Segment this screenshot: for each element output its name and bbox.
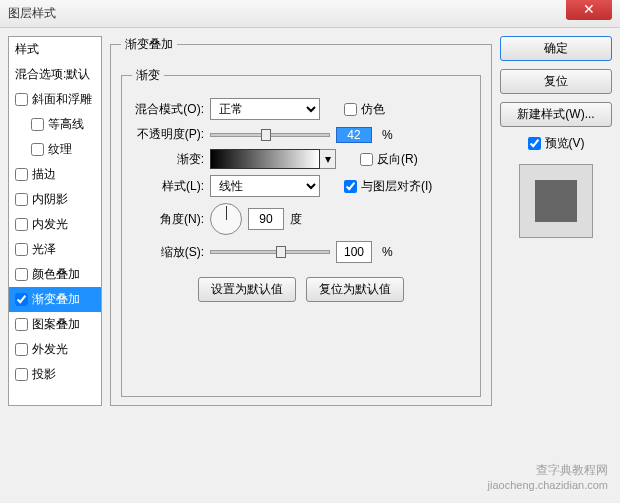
reverse-checkbox[interactable] [360, 153, 373, 166]
preview-box [519, 164, 593, 238]
sidebar-item-label: 内阴影 [32, 191, 68, 208]
sidebar-item-label: 描边 [32, 166, 56, 183]
angle-dial[interactable] [210, 203, 242, 235]
preview-label: 预览(V) [545, 135, 585, 152]
sidebar-checkbox[interactable] [15, 268, 28, 281]
scale-pct: % [382, 245, 393, 259]
style-select[interactable]: 线性 [210, 175, 320, 197]
sidebar-item-label: 内发光 [32, 216, 68, 233]
sidebar-item-描边[interactable]: 描边 [9, 162, 101, 187]
sidebar-checkbox[interactable] [15, 293, 28, 306]
opacity-value[interactable]: 42 [336, 127, 372, 143]
reset-default-button[interactable]: 复位为默认值 [306, 277, 404, 302]
sidebar-blend-default[interactable]: 混合选项:默认 [9, 62, 101, 87]
sidebar-item-label: 纹理 [48, 141, 72, 158]
right-panel: 确定 复位 新建样式(W)... 预览(V) [500, 36, 612, 495]
gradient-group: 渐变 混合模式(O): 正常 仿色 不透明度(P): 42 % 渐变 [121, 67, 481, 397]
sidebar-checkbox[interactable] [15, 218, 28, 231]
sidebar-checkbox[interactable] [15, 243, 28, 256]
sidebar-item-等高线[interactable]: 等高线 [9, 112, 101, 137]
gradient-overlay-group: 渐变叠加 渐变 混合模式(O): 正常 仿色 不透明度(P): 42 % [110, 36, 492, 406]
opacity-slider[interactable] [210, 133, 330, 137]
cancel-button[interactable]: 复位 [500, 69, 612, 94]
main-panel: 渐变叠加 渐变 混合模式(O): 正常 仿色 不透明度(P): 42 % [110, 36, 492, 495]
sidebar-item-label: 渐变叠加 [32, 291, 80, 308]
content: 样式 混合选项:默认 斜面和浮雕等高线纹理描边内阴影内发光光泽颜色叠加渐变叠加图… [0, 28, 620, 503]
dither-label: 仿色 [361, 101, 385, 118]
new-style-button[interactable]: 新建样式(W)... [500, 102, 612, 127]
sidebar-checkbox[interactable] [15, 318, 28, 331]
sidebar-item-投影[interactable]: 投影 [9, 362, 101, 387]
styles-sidebar: 样式 混合选项:默认 斜面和浮雕等高线纹理描边内阴影内发光光泽颜色叠加渐变叠加图… [8, 36, 102, 406]
sidebar-item-颜色叠加[interactable]: 颜色叠加 [9, 262, 101, 287]
angle-unit: 度 [290, 211, 302, 228]
style-label: 样式(L): [132, 178, 204, 195]
sidebar-checkbox[interactable] [15, 343, 28, 356]
sidebar-item-label: 斜面和浮雕 [32, 91, 92, 108]
sidebar-item-label: 颜色叠加 [32, 266, 80, 283]
sidebar-item-图案叠加[interactable]: 图案叠加 [9, 312, 101, 337]
sidebar-item-外发光[interactable]: 外发光 [9, 337, 101, 362]
sidebar-checkbox[interactable] [15, 168, 28, 181]
preview-swatch [535, 180, 577, 222]
ok-button[interactable]: 确定 [500, 36, 612, 61]
close-button[interactable]: ✕ [566, 0, 612, 20]
set-default-button[interactable]: 设置为默认值 [198, 277, 296, 302]
inner-legend: 渐变 [132, 67, 164, 84]
blend-mode-label: 混合模式(O): [132, 101, 204, 118]
gradient-dropdown-arrow[interactable]: ▾ [320, 149, 336, 169]
sidebar-checkbox[interactable] [15, 93, 28, 106]
blend-mode-select[interactable]: 正常 [210, 98, 320, 120]
opacity-pct: % [382, 128, 393, 142]
reverse-label: 反向(R) [377, 151, 418, 168]
sidebar-checkbox[interactable] [31, 118, 44, 131]
sidebar-checkbox[interactable] [31, 143, 44, 156]
scale-label: 缩放(S): [132, 244, 204, 261]
sidebar-item-label: 投影 [32, 366, 56, 383]
sidebar-item-label: 等高线 [48, 116, 84, 133]
align-label: 与图层对齐(I) [361, 178, 432, 195]
sidebar-checkbox[interactable] [15, 368, 28, 381]
window-title: 图层样式 [8, 5, 56, 22]
scale-value[interactable] [336, 241, 372, 263]
sidebar-item-斜面和浮雕[interactable]: 斜面和浮雕 [9, 87, 101, 112]
sidebar-item-纹理[interactable]: 纹理 [9, 137, 101, 162]
gradient-label: 渐变: [132, 151, 204, 168]
dither-checkbox[interactable] [344, 103, 357, 116]
sidebar-item-内发光[interactable]: 内发光 [9, 212, 101, 237]
sidebar-item-label: 图案叠加 [32, 316, 80, 333]
angle-label: 角度(N): [132, 211, 204, 228]
preview-checkbox[interactable] [528, 137, 541, 150]
gradient-swatch[interactable] [210, 149, 320, 169]
outer-legend: 渐变叠加 [121, 36, 177, 53]
sidebar-item-光泽[interactable]: 光泽 [9, 237, 101, 262]
sidebar-header[interactable]: 样式 [9, 37, 101, 62]
sidebar-item-label: 光泽 [32, 241, 56, 258]
sidebar-item-内阴影[interactable]: 内阴影 [9, 187, 101, 212]
opacity-label: 不透明度(P): [132, 126, 204, 143]
sidebar-item-渐变叠加[interactable]: 渐变叠加 [9, 287, 101, 312]
angle-value[interactable] [248, 208, 284, 230]
sidebar-item-label: 外发光 [32, 341, 68, 358]
watermark: 查字典教程网 jiaocheng.chazidian.com [488, 462, 608, 491]
align-checkbox[interactable] [344, 180, 357, 193]
sidebar-checkbox[interactable] [15, 193, 28, 206]
scale-slider[interactable] [210, 250, 330, 254]
titlebar: 图层样式 ✕ [0, 0, 620, 28]
